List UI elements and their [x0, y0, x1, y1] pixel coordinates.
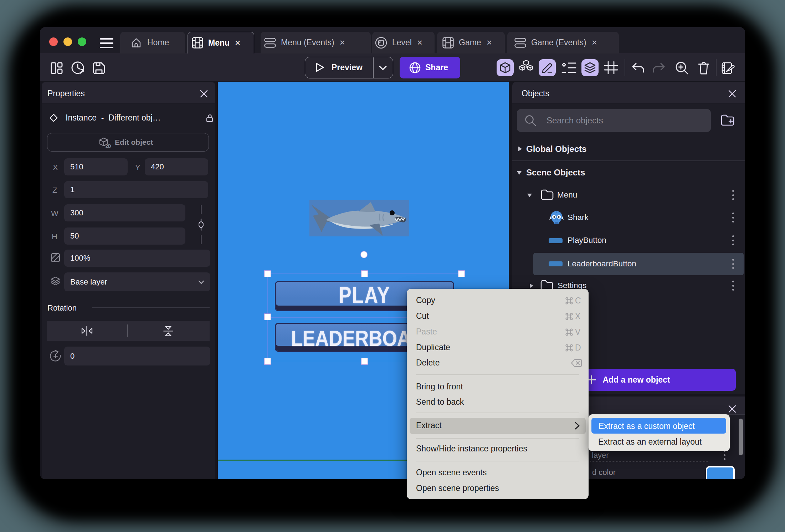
svg-text:2D: 2D	[106, 144, 111, 148]
